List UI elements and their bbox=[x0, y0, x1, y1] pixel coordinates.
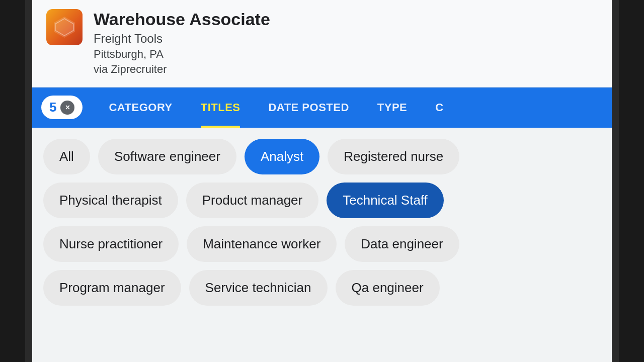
categories-row-1: All Software engineer Analyst Registered… bbox=[43, 139, 601, 174]
chip-maintenance-worker[interactable]: Maintenance worker bbox=[187, 226, 337, 262]
phone-frame: Warehouse Associate Freight Tools Pittsb… bbox=[25, 0, 619, 362]
badge-count: 5 bbox=[49, 100, 56, 115]
chip-program-manager[interactable]: Program manager bbox=[43, 270, 181, 306]
chip-product-manager[interactable]: Product manager bbox=[186, 183, 318, 218]
filter-tabs: CATEGORY TITLES DATE POSTED TYPE C bbox=[95, 87, 603, 128]
chip-registered-nurse[interactable]: Registered nurse bbox=[328, 139, 459, 174]
job-location: Pittsburgh, PA bbox=[94, 48, 270, 61]
categories-row-2: Physical therapist Product manager Techn… bbox=[43, 183, 601, 218]
filter-badge[interactable]: 5 × bbox=[41, 96, 83, 119]
tab-type[interactable]: TYPE bbox=[363, 87, 421, 128]
svg-marker-1 bbox=[54, 17, 75, 38]
job-card: Warehouse Associate Freight Tools Pittsb… bbox=[32, 0, 612, 87]
categories-row-3: Nurse practitioner Maintenance worker Da… bbox=[43, 226, 601, 262]
tab-category[interactable]: CATEGORY bbox=[95, 87, 186, 128]
tab-titles[interactable]: TITLES bbox=[187, 87, 255, 128]
job-info: Warehouse Associate Freight Tools Pittsb… bbox=[94, 9, 270, 76]
company-name: Freight Tools bbox=[94, 32, 270, 46]
chip-technical-staff[interactable]: Technical Staff bbox=[327, 183, 444, 218]
chip-all[interactable]: All bbox=[43, 139, 90, 174]
badge-close-icon[interactable]: × bbox=[60, 101, 74, 115]
categories-row-4: Program manager Service technician Qa en… bbox=[43, 270, 601, 306]
chip-physical-therapist[interactable]: Physical therapist bbox=[43, 183, 178, 218]
categories-section: All Software engineer Analyst Registered… bbox=[32, 128, 612, 306]
tab-date-posted[interactable]: DATE POSTED bbox=[254, 87, 363, 128]
chip-analyst[interactable]: Analyst bbox=[245, 139, 319, 174]
job-source: via Ziprecruiter bbox=[94, 63, 270, 76]
chip-nurse-practitioner[interactable]: Nurse practitioner bbox=[43, 226, 179, 262]
chip-data-engineer[interactable]: Data engineer bbox=[345, 226, 459, 262]
company-logo bbox=[46, 9, 83, 45]
tab-more[interactable]: C bbox=[421, 87, 457, 128]
job-title: Warehouse Associate bbox=[94, 9, 270, 30]
chip-qa-engineer[interactable]: Qa engineer bbox=[336, 270, 440, 306]
filter-bar: 5 × CATEGORY TITLES DATE POSTED TYPE C bbox=[32, 87, 612, 128]
chip-service-technician[interactable]: Service technician bbox=[189, 270, 328, 306]
categories-grid: All Software engineer Analyst Registered… bbox=[43, 139, 601, 306]
chip-software-engineer[interactable]: Software engineer bbox=[98, 139, 236, 174]
